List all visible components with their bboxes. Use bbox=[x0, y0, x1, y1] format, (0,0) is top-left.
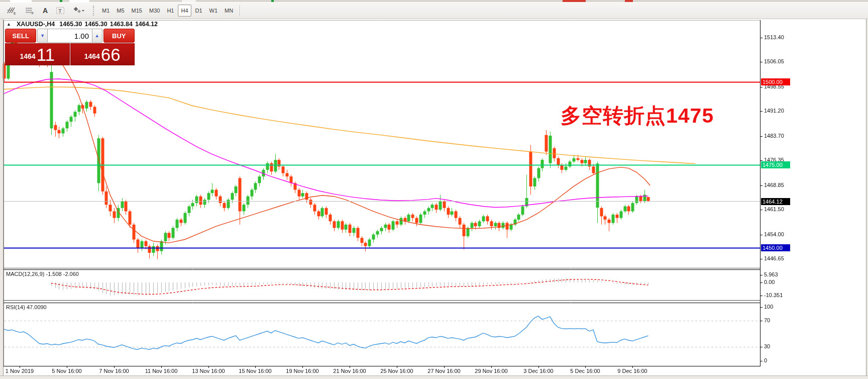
macd-axis-tick: 5.963 bbox=[764, 271, 778, 277]
price-tick: 1468.85 bbox=[764, 182, 784, 188]
time-tick: 25 Nov 16:00 bbox=[380, 368, 413, 374]
macd-indicator-label: MACD(12,26,9) -1.508 -2.060 bbox=[6, 271, 79, 277]
rsi-axis-tick: 100 bbox=[764, 304, 773, 310]
macd-axis-tick: 0.00 bbox=[764, 279, 775, 285]
price-tick: 1506.05 bbox=[764, 58, 784, 64]
svg-text:F: F bbox=[32, 12, 34, 15]
symbol-label: XAUUSD-,H4 bbox=[17, 21, 55, 28]
time-tick: 15 Nov 16:00 bbox=[239, 368, 271, 374]
buy-price-box[interactable]: 1464 66 bbox=[70, 43, 135, 65]
price-tick: 1461.50 bbox=[764, 206, 784, 212]
price-line-badge: 1500.00 bbox=[761, 78, 790, 85]
sell-button[interactable]: SELL bbox=[5, 29, 36, 43]
volume-input[interactable] bbox=[48, 29, 92, 43]
macd-axis-tick: -10.351 bbox=[764, 292, 783, 298]
rsi-indicator-label: RSI(14) 47.0090 bbox=[6, 304, 47, 310]
tf-button-H4[interactable]: H4 bbox=[178, 5, 191, 17]
ohlc-low: 1463.84 bbox=[110, 21, 133, 28]
time-tick: 3 Dec 16:00 bbox=[523, 368, 553, 374]
main-toolbar: E F A T M1M5M15M30H1H4D1W1MN bbox=[0, 2, 868, 19]
buy-button[interactable]: BUY bbox=[103, 29, 135, 43]
one-click-trading-panel: SELL ▼ ▲ BUY 1464 11 1464 66 bbox=[5, 29, 135, 65]
time-tick: 19 Nov 16:00 bbox=[286, 368, 318, 374]
status-bar-sliver bbox=[0, 375, 868, 379]
chart-title: ▲ XAUUSD-,H4 1465.30 1465.30 1463.84 146… bbox=[7, 21, 158, 28]
text-a-icon[interactable]: A bbox=[39, 5, 51, 17]
tf-button-MN[interactable]: MN bbox=[222, 5, 236, 17]
toolbar-grip bbox=[93, 6, 96, 16]
tf-button-M1[interactable]: M1 bbox=[99, 5, 113, 17]
time-tick: 11 Nov 16:00 bbox=[145, 368, 178, 374]
drawing-tools-icon[interactable] bbox=[69, 5, 88, 17]
current-price-badge: 1464.12 bbox=[761, 198, 790, 205]
rsi-axis-tick: 30 bbox=[764, 343, 770, 349]
ohlc-open: 1465.30 bbox=[59, 21, 82, 28]
tf-button-M30[interactable]: M30 bbox=[146, 5, 163, 17]
rsi-axis-tick: 0 bbox=[764, 357, 767, 363]
rsi-axis-tick: 70 bbox=[764, 317, 770, 323]
toolbar-separator bbox=[240, 5, 240, 16]
tf-button-W1[interactable]: W1 bbox=[206, 5, 221, 17]
price-line-badge: 1450.00 bbox=[761, 244, 790, 251]
buy-price-small: 1464 bbox=[84, 49, 100, 64]
price-tick: 1491.20 bbox=[764, 108, 784, 114]
chart-annotation-text: 多空转折点1475 bbox=[561, 102, 714, 130]
window-right-border bbox=[866, 18, 866, 379]
time-tick: 21 Nov 16:00 bbox=[333, 368, 366, 374]
ohlc-high: 1465.30 bbox=[85, 21, 107, 28]
volume-increase-button[interactable]: ▲ bbox=[92, 29, 102, 43]
price-tick: 1483.70 bbox=[764, 133, 784, 139]
time-tick: 7 Nov 16:00 bbox=[99, 368, 129, 374]
time-tick: 5 Dec 16:00 bbox=[570, 368, 600, 374]
text-box-icon[interactable]: T bbox=[52, 5, 68, 17]
tf-button-D1[interactable]: D1 bbox=[192, 5, 205, 17]
time-tick: 9 Dec 16:00 bbox=[617, 368, 647, 374]
price-line-badge: 1475.00 bbox=[761, 161, 790, 168]
time-tick: 1 Nov 2019 bbox=[6, 368, 34, 374]
time-tick: 13 Nov 16:00 bbox=[192, 368, 225, 374]
grid-f-icon[interactable]: F bbox=[21, 5, 38, 17]
svg-text:T: T bbox=[58, 8, 62, 14]
tf-button-M5[interactable]: M5 bbox=[114, 5, 127, 17]
sell-price-small: 1464 bbox=[20, 49, 36, 64]
collapse-arrow-icon[interactable]: ▲ bbox=[7, 22, 11, 27]
tf-button-H1[interactable]: H1 bbox=[164, 5, 177, 17]
volume-decrease-button[interactable]: ▼ bbox=[37, 29, 48, 43]
time-tick: 29 Nov 16:00 bbox=[475, 368, 507, 374]
tf-button-M15[interactable]: M15 bbox=[129, 5, 145, 17]
time-tick: 5 Nov 16:00 bbox=[52, 368, 81, 374]
price-tick: 1446.65 bbox=[764, 255, 784, 261]
sell-price-box[interactable]: 1464 11 bbox=[5, 43, 70, 65]
sell-price-big: 11 bbox=[37, 46, 55, 64]
time-tick: 27 Nov 16:00 bbox=[427, 368, 460, 374]
buy-price-big: 66 bbox=[101, 46, 121, 64]
ohlc-close: 1464.12 bbox=[135, 21, 158, 28]
svg-text:E: E bbox=[14, 12, 16, 15]
price-tick: 1454.00 bbox=[764, 231, 784, 237]
indicators-e-icon[interactable]: E bbox=[3, 5, 20, 17]
window-left-border bbox=[3, 18, 4, 379]
price-tick: 1513.40 bbox=[764, 34, 784, 40]
